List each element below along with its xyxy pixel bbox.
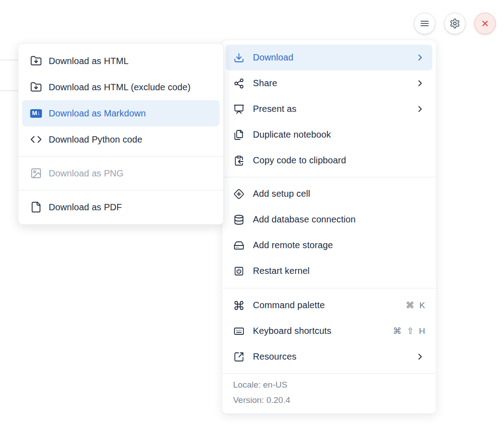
menu-footer: Locale: en-US Version: 0.20.4: [222, 373, 436, 413]
code-icon: [30, 134, 42, 145]
menu-item-label: Present as: [253, 104, 408, 114]
page-divider: [0, 90, 20, 91]
download-submenu: Download as HTML Download as HTML (exclu…: [18, 43, 224, 225]
notebook-actions-menu: Download Share Present as Duplicate note…: [222, 40, 436, 414]
submenu-item-label: Download as HTML (exclude code): [49, 82, 211, 92]
menu-item-label: Keyboard shortcuts: [253, 326, 385, 336]
menu-item-add-remote-storage[interactable]: Add remote storage: [226, 232, 432, 258]
menu-item-label: Add setup cell: [253, 189, 425, 199]
submenu-item-label: Download Python code: [49, 134, 211, 145]
shortcut-hint: ⌘ K: [406, 300, 425, 310]
menu-item-label: Command palette: [253, 300, 398, 310]
app-window: Download Share Present as Duplicate note…: [0, 0, 504, 444]
command-icon: [234, 300, 244, 311]
menu-item-keyboard-shortcuts[interactable]: Keyboard shortcuts ⌘ ⇧ H: [226, 318, 432, 344]
menu-item-duplicate-notebook[interactable]: Duplicate notebook: [226, 122, 432, 148]
submenu-item-download-python-code[interactable]: Download Python code: [22, 126, 220, 153]
diamond-plus-icon: [234, 189, 244, 199]
menu-item-label: Duplicate notebook: [253, 130, 425, 140]
share-icon: [234, 78, 244, 89]
menu-item-present-as[interactable]: Present as: [226, 96, 432, 122]
menu-item-copy-code[interactable]: Copy code to clipboard: [226, 148, 432, 173]
menu-item-command-palette[interactable]: Command palette ⌘ K: [226, 292, 432, 318]
markdown-icon: M↓: [30, 109, 42, 118]
notebook-menu-button[interactable]: [414, 13, 435, 34]
database-icon: [234, 214, 244, 225]
submenu-item-download-markdown[interactable]: M↓ Download as Markdown: [22, 100, 220, 126]
submenu-item-download-html-exclude-code[interactable]: Download as HTML (exclude code): [22, 74, 220, 100]
menu-item-label: Restart kernel: [253, 266, 425, 276]
menu-item-resources[interactable]: Resources: [226, 344, 432, 370]
submenu-item-label: Download as PNG: [49, 168, 211, 179]
hard-drive-icon: [234, 240, 244, 251]
chevron-right-icon: [416, 352, 424, 361]
submenu-item-label: Download as HTML: [49, 56, 211, 66]
menu-item-label: Add remote storage: [253, 240, 425, 250]
close-button[interactable]: [474, 13, 496, 34]
duplicate-icon: [234, 130, 244, 140]
menu-item-share[interactable]: Share: [226, 70, 432, 96]
submenu-item-label: Download as PDF: [49, 202, 211, 213]
submenu-item-download-pdf[interactable]: Download as PDF: [22, 194, 220, 220]
submenu-item-label: Download as Markdown: [49, 108, 211, 119]
file-icon: [30, 201, 42, 213]
page-divider: [0, 60, 20, 60]
menu-item-label: Copy code to clipboard: [253, 155, 425, 166]
clipboard-copy-icon: [234, 155, 244, 166]
external-link-icon: [234, 352, 244, 362]
hamburger-icon: [419, 18, 430, 29]
submenu-separator: [18, 190, 223, 190]
menu-item-label: Add database connection: [253, 214, 425, 225]
menu-item-download[interactable]: Download: [226, 45, 432, 70]
settings-button[interactable]: [444, 13, 466, 34]
menu-separator: [222, 288, 436, 288]
menu-item-label: Resources: [253, 352, 408, 362]
version-text: Version: 0.20.4: [233, 393, 425, 408]
submenu-item-download-html[interactable]: Download as HTML: [22, 48, 220, 74]
download-icon: [234, 52, 244, 63]
shortcut-hint: ⌘ ⇧ H: [393, 326, 425, 336]
locale-text: Locale: en-US: [233, 377, 425, 393]
keyboard-icon: [234, 326, 244, 337]
close-icon: [480, 18, 490, 29]
menu-item-label: Share: [253, 78, 408, 88]
menu-item-label: Download: [253, 52, 408, 63]
chevron-right-icon: [416, 53, 424, 62]
chevron-right-icon: [416, 79, 424, 88]
menu-separator: [222, 177, 436, 177]
image-icon: [30, 167, 42, 179]
menu-item-add-database-connection[interactable]: Add database connection: [226, 207, 432, 232]
gear-icon: [449, 18, 460, 29]
folder-down-icon: [30, 55, 42, 67]
menu-item-restart-kernel[interactable]: Restart kernel: [226, 258, 432, 284]
chevron-right-icon: [416, 105, 424, 113]
submenu-item-download-png: Download as PNG: [22, 160, 220, 186]
submenu-separator: [18, 156, 223, 157]
power-icon: [234, 266, 244, 277]
presentation-icon: [234, 104, 244, 115]
menu-item-add-setup-cell[interactable]: Add setup cell: [226, 181, 432, 207]
folder-down-icon: [30, 81, 42, 93]
